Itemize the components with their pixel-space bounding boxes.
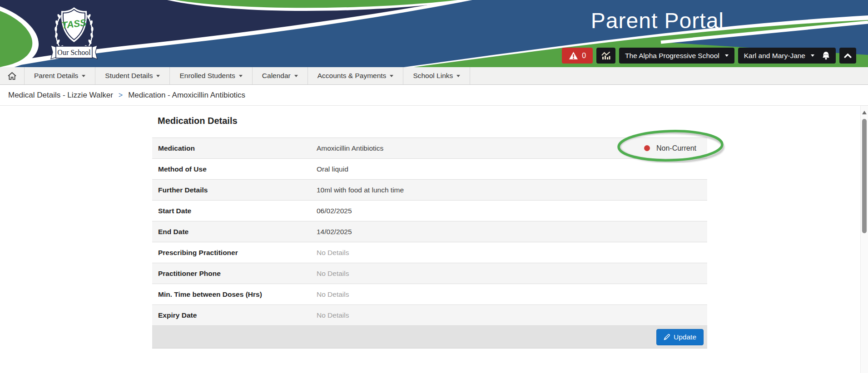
chart-icon <box>601 51 611 60</box>
nav-item-label: School Links <box>413 72 453 80</box>
row-label: Medication <box>152 144 317 152</box>
table-row: End Date 14/02/2025 <box>152 221 707 242</box>
nav-item-label: Parent Details <box>34 72 78 80</box>
school-logo: TASS Our School <box>50 2 98 63</box>
nav-item-student-details[interactable]: Student Details <box>95 67 170 84</box>
status-dot-icon <box>644 145 650 151</box>
row-value: No Details <box>317 270 707 278</box>
nav-item-label: Accounts & Payments <box>317 72 387 80</box>
row-label: Start Date <box>152 207 317 215</box>
chevron-down-icon <box>294 75 298 77</box>
nav-item-calendar[interactable]: Calendar <box>253 67 308 84</box>
nav-item-label: Calendar <box>262 72 291 80</box>
chevron-down-icon <box>811 54 814 57</box>
alerts-button[interactable]: 0 <box>562 48 593 64</box>
collapse-header-button[interactable] <box>839 48 856 64</box>
alert-count: 0 <box>582 52 586 60</box>
scroll-up-arrow[interactable] <box>862 111 867 114</box>
row-label: Min. Time between Doses (Hrs) <box>152 290 317 299</box>
update-button[interactable]: Update <box>656 329 704 345</box>
chevron-down-icon <box>239 75 243 77</box>
crest-ribbon-text: Our School <box>57 49 91 56</box>
row-value: No Details <box>317 249 707 257</box>
table-row: Prescribing Practitioner No Details <box>152 242 707 263</box>
school-dropdown[interactable]: The Alpha Progressive School <box>619 48 734 64</box>
table-row: Further Details 10ml with food at lunch … <box>152 180 707 201</box>
row-value: 10ml with food at lunch time <box>317 186 707 194</box>
chevron-down-icon <box>456 75 460 77</box>
status-label: Non-Current <box>656 144 696 152</box>
row-label: Further Details <box>152 186 317 194</box>
nav-item-label: Enrolled Students <box>179 72 235 80</box>
main-nav: Parent Details Student Details Enrolled … <box>0 67 868 85</box>
nav-item-label: Student Details <box>105 72 153 80</box>
chevron-down-icon <box>390 75 393 77</box>
bell-icon <box>822 51 830 60</box>
status-badge: Non-Current <box>644 144 707 152</box>
row-value: Oral liquid <box>317 165 707 173</box>
chevron-down-icon <box>725 54 729 57</box>
scrollbar[interactable] <box>860 106 868 373</box>
pencil-icon <box>664 334 670 340</box>
table-footer: Update <box>152 326 707 348</box>
nav-home-button[interactable] <box>0 67 25 84</box>
breadcrumb-parent[interactable]: Medical Details - Lizzie Walker <box>8 91 113 100</box>
table-row: Start Date 06/02/2025 <box>152 201 707 221</box>
warning-icon <box>569 51 578 60</box>
table-row: Expiry Date No Details <box>152 305 707 326</box>
row-label: Prescribing Practitioner <box>152 249 317 257</box>
scrollbar-thumb[interactable] <box>862 119 867 233</box>
nav-item-enrolled-students[interactable]: Enrolled Students <box>170 67 252 84</box>
chevron-up-icon <box>844 54 852 58</box>
content-area: Medication Details Medication Amoxicilli… <box>0 106 868 373</box>
table-row: Min. Time between Doses (Hrs) No Details <box>152 284 707 305</box>
header-toolbar: 0 The Alpha Progressive School Karl and … <box>562 48 856 64</box>
header-banner: TASS Our School Parent Portal 0 <box>0 0 868 67</box>
medication-details-panel: Medication Details Medication Amoxicilli… <box>152 116 707 348</box>
user-dropdown[interactable]: Karl and Mary-Jane <box>738 48 836 64</box>
row-label: Method of Use <box>152 165 317 173</box>
page-title: Parent Portal <box>591 8 724 33</box>
row-value: 14/02/2025 <box>317 228 707 236</box>
nav-item-school-links[interactable]: School Links <box>403 67 470 84</box>
row-value: Amoxicillin Antibiotics <box>317 144 644 152</box>
nav-item-parent-details[interactable]: Parent Details <box>25 67 95 84</box>
breadcrumb-separator: > <box>119 91 123 99</box>
details-table: Medication Amoxicillin Antibiotics Non-C… <box>152 137 707 348</box>
chevron-down-icon <box>82 75 85 77</box>
row-label: Practitioner Phone <box>152 270 317 278</box>
update-button-label: Update <box>674 333 696 341</box>
table-row: Medication Amoxicillin Antibiotics Non-C… <box>152 138 707 159</box>
row-value: No Details <box>317 311 707 319</box>
chevron-down-icon <box>156 75 160 77</box>
row-value: 06/02/2025 <box>317 207 707 215</box>
school-dropdown-label: The Alpha Progressive School <box>625 52 719 60</box>
table-row: Method of Use Oral liquid <box>152 159 707 180</box>
row-label: End Date <box>152 228 317 236</box>
table-row: Practitioner Phone No Details <box>152 263 707 284</box>
row-label: Expiry Date <box>152 311 317 319</box>
breadcrumb: Medical Details - Lizzie Walker > Medica… <box>0 85 868 106</box>
user-dropdown-label: Karl and Mary-Jane <box>744 52 805 60</box>
nav-item-accounts-payments[interactable]: Accounts & Payments <box>308 67 404 84</box>
panel-title: Medication Details <box>152 116 707 137</box>
home-icon <box>7 72 17 80</box>
breadcrumb-current: Medication - Amoxicillin Antibiotics <box>128 91 245 100</box>
row-value: No Details <box>317 290 707 299</box>
analytics-button[interactable] <box>596 48 615 64</box>
